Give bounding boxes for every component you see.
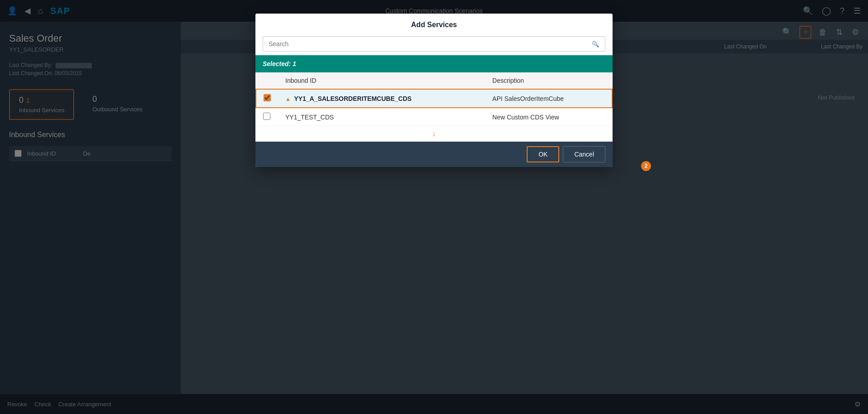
col-checkbox-header — [256, 72, 278, 89]
table-row: ▲ YY1_A_SALESORDERITEMCUBE_CDS API Sales… — [256, 89, 612, 108]
row2-checkbox-cell — [256, 108, 278, 126]
add-services-modal: Add Services 🔍 Selected: 1 Inbound ID De… — [255, 14, 613, 167]
table-header-row: Inbound ID Description — [256, 72, 612, 89]
row1-inbound-id: ▲ YY1_A_SALESORDERITEMCUBE_CDS — [278, 89, 485, 108]
row2-inbound-id: YY1_TEST_CDS — [278, 108, 485, 126]
row1-checkbox-cell — [256, 89, 278, 108]
modal-overlay: Add Services 🔍 Selected: 1 Inbound ID De… — [0, 0, 868, 414]
selected-bar: Selected: 1 — [255, 55, 613, 72]
services-table: Inbound ID Description ▲ YY1_A_SALESORDE… — [255, 72, 613, 126]
search-button[interactable]: 🔍 — [586, 37, 605, 51]
modal-footer: OK Cancel — [255, 142, 613, 167]
col-description-header: Description — [485, 72, 612, 89]
ok-button[interactable]: OK — [527, 146, 559, 162]
table-row: YY1_TEST_CDS New Custom CDS View — [256, 108, 612, 126]
scroll-indicator: ↓ — [255, 126, 613, 142]
row2-checkbox[interactable] — [263, 113, 270, 120]
row1-checkbox[interactable] — [264, 94, 271, 101]
row1-description: API SalesOrderItemCube — [485, 89, 612, 108]
modal-header: Add Services — [255, 14, 613, 33]
cancel-button[interactable]: Cancel — [563, 146, 605, 162]
modal-title: Add Services — [264, 21, 604, 29]
col-inbound-id-header: Inbound ID — [278, 72, 485, 89]
search-bar: 🔍 — [263, 36, 605, 52]
search-input[interactable] — [263, 37, 586, 51]
row2-description: New Custom CDS View — [485, 108, 612, 126]
annotation-2: 2 — [641, 161, 651, 171]
modal-body: Inbound ID Description ▲ YY1_A_SALESORDE… — [255, 72, 613, 126]
row1-icon: ▲ — [285, 96, 291, 102]
selected-count-text: Selected: 1 — [263, 60, 296, 67]
